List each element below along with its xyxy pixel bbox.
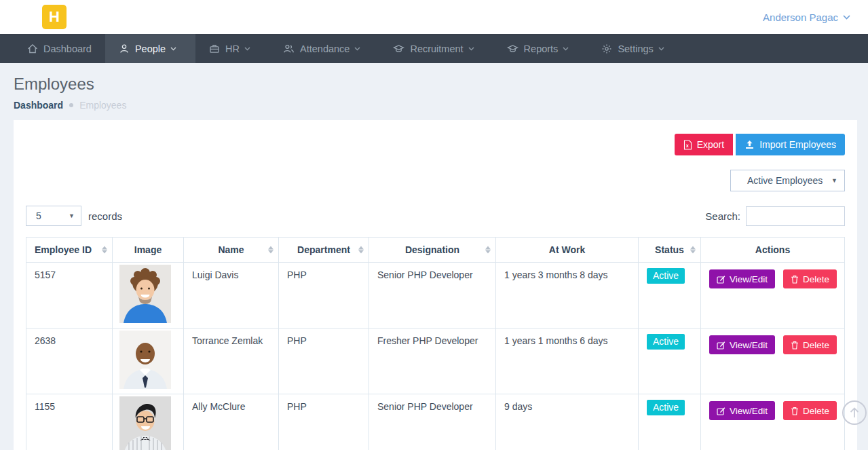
cell-name: Luigi Davis xyxy=(184,263,279,329)
cell-at-work: 1 years 1 months 6 days xyxy=(496,329,639,394)
chevron-down-icon xyxy=(843,15,850,20)
cell-actions: View/EditDelete xyxy=(701,329,845,394)
nav-item-people[interactable]: People xyxy=(105,34,195,63)
chevron-down-icon xyxy=(170,47,176,51)
employee-filter-select[interactable]: Active Employees ▼ xyxy=(730,170,845,191)
cell-department: PHP xyxy=(279,329,369,394)
page-title: Employees xyxy=(14,75,868,94)
column-header-department[interactable]: Department xyxy=(279,238,369,263)
select-caret-icon: ▼ xyxy=(69,212,75,219)
cell-at-work: 1 years 3 months 8 days xyxy=(496,263,639,329)
view-edit-button[interactable]: View/Edit xyxy=(709,269,775,288)
status-badge: Active xyxy=(647,334,685,350)
search-group: Search: xyxy=(705,206,845,226)
edit-icon xyxy=(717,275,725,284)
cell-department: PHP xyxy=(279,394,369,450)
excel-file-icon xyxy=(683,140,692,150)
breadcrumb-separator xyxy=(69,103,73,107)
nav-label: Dashboard xyxy=(43,43,92,54)
table-row: 1155 Ally McClure PHP Senior PHP Develop… xyxy=(26,394,845,450)
cell-at-work: 9 days xyxy=(496,394,639,450)
gear-icon xyxy=(601,43,612,54)
cell-designation: Senior PHP Developer xyxy=(369,263,496,329)
cell-name: Torrance Zemlak xyxy=(184,329,279,394)
arrow-up-icon xyxy=(849,407,860,419)
employees-table: Employee ID Image Name Department Design… xyxy=(26,237,845,450)
column-header-image: Image xyxy=(113,238,184,263)
employee-photo xyxy=(119,331,171,389)
nav-item-hr[interactable]: HR xyxy=(195,34,269,63)
nav-item-settings[interactable]: Settings xyxy=(588,34,683,63)
select-caret-icon: ▼ xyxy=(831,177,837,184)
column-header-designation[interactable]: Designation xyxy=(369,238,496,263)
cell-employee-id: 1155 xyxy=(26,394,113,450)
table-header-row: Employee ID Image Name Department Design… xyxy=(26,238,845,263)
person-icon xyxy=(119,43,130,54)
breadcrumb: Dashboard Employees xyxy=(14,100,868,111)
chevron-down-icon xyxy=(354,47,360,51)
search-input[interactable] xyxy=(746,206,845,226)
delete-button[interactable]: Delete xyxy=(783,269,837,288)
cell-status: Active xyxy=(639,329,701,394)
import-label: Import Employees xyxy=(759,139,836,150)
graduation-cap-icon xyxy=(507,43,518,54)
nav-item-reports[interactable]: Reports xyxy=(493,34,588,63)
records-group: 5 ▼ records xyxy=(26,206,122,226)
scroll-to-top-button[interactable] xyxy=(842,400,867,425)
main-nav: Dashboard People HR Attendance Recruitme… xyxy=(0,34,868,63)
cell-image xyxy=(113,263,184,329)
delete-button[interactable]: Delete xyxy=(783,335,837,354)
briefcase-icon xyxy=(209,43,220,54)
breadcrumb-current: Employees xyxy=(79,100,126,111)
graduation-cap-icon xyxy=(393,43,404,54)
filter-selected-value: Active Employees xyxy=(747,175,823,186)
trash-icon xyxy=(791,407,799,415)
user-name: Anderson Pagac xyxy=(763,12,838,23)
nav-label: Attendance xyxy=(300,43,350,54)
column-header-actions: Actions xyxy=(701,238,845,263)
column-header-employee-id[interactable]: Employee ID xyxy=(26,238,113,263)
import-employees-button[interactable]: Import Employees xyxy=(736,134,845,155)
table-row: 5157 Luigi Davis PHP Senior PHP Develope… xyxy=(26,263,845,329)
table-controls: 5 ▼ records Search: xyxy=(26,206,845,226)
sort-icon xyxy=(690,246,696,254)
records-selected-value: 5 xyxy=(36,210,41,221)
cell-status: Active xyxy=(639,394,701,450)
breadcrumb-dashboard-link[interactable]: Dashboard xyxy=(14,100,63,111)
column-header-status[interactable]: Status xyxy=(639,238,701,263)
cell-employee-id: 5157 xyxy=(26,263,113,329)
nav-item-recruitment[interactable]: Recruitment xyxy=(379,34,493,63)
app-window: H Anderson Pagac Dashboard People HR Att… xyxy=(0,0,868,450)
app-logo[interactable]: H xyxy=(42,5,67,29)
edit-icon xyxy=(717,341,725,350)
export-label: Export xyxy=(697,139,724,150)
search-label: Search: xyxy=(705,210,740,222)
delete-button[interactable]: Delete xyxy=(783,401,837,420)
nav-item-attendance[interactable]: Attendance xyxy=(269,34,379,63)
people-icon xyxy=(283,43,295,54)
view-edit-button[interactable]: View/Edit xyxy=(709,401,775,420)
nav-item-dashboard[interactable]: Dashboard xyxy=(14,34,105,63)
column-header-at-work: At Work xyxy=(496,238,639,263)
user-menu[interactable]: Anderson Pagac xyxy=(763,12,850,23)
employee-photo xyxy=(119,396,171,450)
nav-label: HR xyxy=(225,43,240,54)
records-select[interactable]: 5 ▼ xyxy=(26,206,81,226)
nav-label: Recruitment xyxy=(410,43,463,54)
cell-status: Active xyxy=(639,263,701,329)
trash-icon xyxy=(791,275,799,284)
sort-icon xyxy=(358,246,364,254)
records-label: records xyxy=(88,210,122,222)
table-row: 2638 Torrance Zemlak PHP Fresher PHP Dev… xyxy=(26,329,845,394)
column-header-name[interactable]: Name xyxy=(184,238,279,263)
home-icon xyxy=(27,43,38,54)
view-edit-button[interactable]: View/Edit xyxy=(709,335,775,354)
nav-label: Reports xyxy=(524,43,559,54)
employees-panel: Export Import Employees Active Employees… xyxy=(14,120,857,450)
trash-icon xyxy=(791,341,799,350)
sort-icon xyxy=(268,246,273,254)
export-button[interactable]: Export xyxy=(675,134,733,155)
chevron-down-icon xyxy=(468,47,474,51)
top-bar: H Anderson Pagac xyxy=(0,0,868,34)
employee-photo xyxy=(119,265,171,323)
